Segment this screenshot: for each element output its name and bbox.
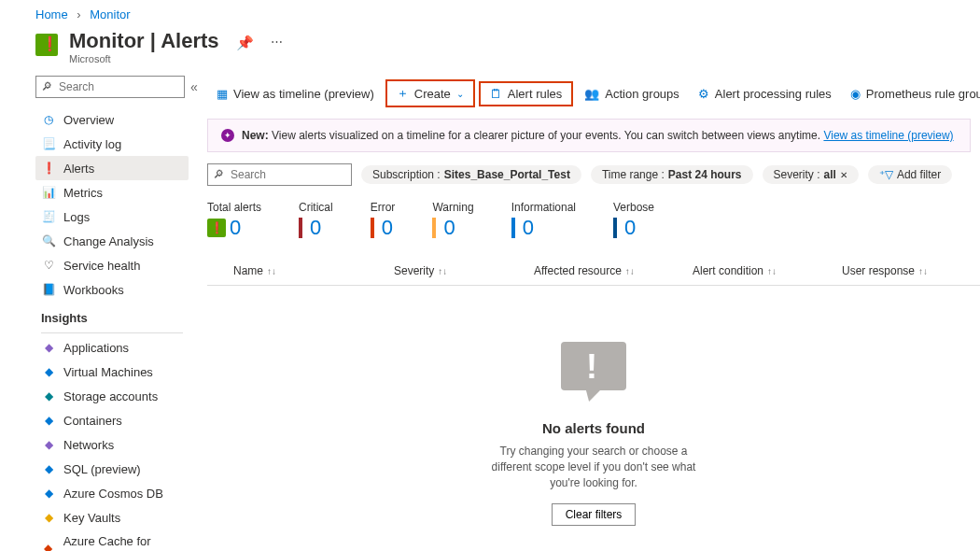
sidebar-item-virtual-machines[interactable]: ◆Virtual Machines	[35, 360, 189, 384]
sidebar-item-service-health[interactable]: ♡Service health	[35, 253, 189, 277]
col-severity[interactable]: Severity ↑↓	[394, 264, 534, 277]
table-header: Name ↑↓ Severity ↑↓ Affected resource ↑↓…	[207, 257, 980, 286]
resource-icon: ◆	[41, 364, 56, 379]
sev-informational[interactable]: Informational 0	[511, 201, 576, 238]
alert-rules-icon: 🗒	[490, 87, 502, 101]
processing-rules-button[interactable]: ⚙ Alert processing rules	[689, 83, 841, 105]
sev-error[interactable]: Error 0	[371, 201, 396, 238]
sidebar-item-applications[interactable]: ◆Applications	[35, 335, 189, 360]
action-groups-button[interactable]: 👥 Action groups	[575, 83, 689, 105]
workbooks-icon: 📘	[41, 282, 56, 297]
no-alerts-icon: !	[556, 342, 631, 407]
sidebar-item-label: Storage accounts	[63, 389, 158, 403]
pin-icon[interactable]: 📌	[236, 35, 254, 51]
sidebar-item-azure-cosmos-db[interactable]: ◆Azure Cosmos DB	[35, 481, 189, 505]
add-filter-button[interactable]: ⁺▽ Add filter	[868, 165, 952, 184]
breadcrumb-home[interactable]: Home	[35, 7, 68, 21]
view-timeline-button[interactable]: ▦ View as timeline (preview)	[207, 83, 384, 105]
sidebar-item-label: Azure Cache for Redis	[63, 534, 183, 551]
sparkle-icon: ✦	[221, 129, 234, 142]
search-icon: 🔎︎	[41, 80, 52, 93]
sidebar-item-key-vaults[interactable]: ◆Key Vaults	[35, 505, 189, 530]
sort-icon: ↑↓	[625, 266, 635, 276]
timerange-filter[interactable]: Time range : Past 24 hours	[591, 165, 753, 184]
metrics-icon: 📊	[41, 185, 56, 200]
page-title: Monitor | Alerts	[69, 29, 219, 53]
chevron-down-icon: ⌄	[456, 89, 464, 99]
more-icon[interactable]: ⋯	[271, 35, 283, 49]
sidebar-item-label: Change Analysis	[63, 234, 154, 248]
sidebar-item-label: Metrics	[63, 186, 103, 200]
alert-rules-button[interactable]: 🗒 Alert rules	[479, 81, 574, 106]
sidebar-item-label: Overview	[63, 113, 114, 127]
prometheus-button[interactable]: ◉ Prometheus rule groups	[841, 83, 980, 105]
view-timeline-label: View as timeline (preview)	[233, 87, 374, 101]
prometheus-label: Prometheus rule groups	[866, 87, 980, 101]
sidebar-search-input[interactable]	[35, 76, 185, 98]
col-affected[interactable]: Affected resource ↑↓	[534, 264, 693, 277]
content: ▦ View as timeline (preview) ＋ Create ⌄ …	[196, 74, 980, 551]
resource-icon: ◆	[41, 461, 56, 476]
toolbar: ▦ View as timeline (preview) ＋ Create ⌄ …	[207, 78, 980, 115]
sidebar-item-label: Key Vaults	[63, 511, 120, 525]
subscription-filter[interactable]: Subscription : Sites_Base_Portal_Test	[361, 165, 581, 184]
resource-icon: ◆	[41, 389, 56, 403]
sev-warning[interactable]: Warning 0	[432, 201, 473, 238]
sev-critical[interactable]: Critical 0	[299, 201, 333, 238]
overview-icon: ◷	[41, 112, 56, 127]
timeline-icon: ▦	[217, 87, 228, 101]
col-name[interactable]: Name ↑↓	[207, 264, 394, 277]
sidebar-section-insights: Insights	[35, 302, 189, 329]
col-response[interactable]: User response ↑↓	[842, 264, 973, 277]
filter-bar: 🔎︎ Subscription : Sites_Base_Portal_Test…	[207, 163, 980, 186]
col-condition[interactable]: Alert condition ↑↓	[693, 264, 842, 277]
sev-verbose[interactable]: Verbose 0	[613, 201, 654, 238]
create-label: Create	[414, 87, 451, 101]
alert-badge-icon: ❗	[207, 219, 226, 237]
sidebar-item-overview[interactable]: ◷Overview	[35, 107, 189, 132]
sidebar: 🔎︎ « ◷Overview📃Activity log❗Alerts📊Metri…	[0, 74, 196, 551]
severity-filter[interactable]: Severity : all ✕	[763, 165, 859, 184]
sidebar-item-sql-preview-[interactable]: ◆SQL (preview)	[35, 457, 189, 481]
empty-title: No alerts found	[542, 420, 645, 436]
divider	[41, 332, 183, 333]
breadcrumb-current[interactable]: Monitor	[90, 7, 130, 21]
resource-icon: ◆	[41, 510, 56, 525]
prometheus-icon: ◉	[850, 87, 861, 101]
change-icon: 🔍	[41, 233, 56, 248]
sidebar-item-logs[interactable]: 🧾Logs	[35, 205, 189, 229]
sidebar-item-metrics[interactable]: 📊Metrics	[35, 180, 189, 205]
sidebar-item-workbooks[interactable]: 📘Workbooks	[35, 277, 189, 302]
sidebar-item-containers[interactable]: ◆Containers	[35, 408, 189, 432]
action-groups-icon: 👥	[584, 87, 599, 101]
create-button[interactable]: ＋ Create ⌄	[385, 79, 475, 107]
sidebar-item-label: Networks	[63, 438, 114, 452]
alert-rules-label: Alert rules	[508, 87, 563, 101]
sidebar-item-azure-cache-for-redis[interactable]: ◆Azure Cache for Redis	[35, 530, 189, 551]
banner-link[interactable]: View as timeline (preview)	[823, 129, 953, 142]
sort-icon: ↑↓	[767, 266, 777, 276]
logs-icon: 🧾	[41, 209, 56, 224]
alerts-icon: ❗	[41, 161, 56, 176]
sev-total[interactable]: Total alerts ❗0	[207, 201, 261, 238]
severity-summary: Total alerts ❗0 Critical 0 Error 0 Warni…	[207, 201, 980, 238]
monitor-logo-icon	[35, 34, 58, 56]
sidebar-item-networks[interactable]: ◆Networks	[35, 432, 189, 457]
page-subtitle: Microsoft	[69, 53, 219, 64]
close-icon[interactable]: ✕	[840, 170, 847, 180]
sidebar-item-change-analysis[interactable]: 🔍Change Analysis	[35, 229, 189, 253]
sidebar-item-alerts[interactable]: ❗Alerts	[35, 156, 189, 180]
resource-icon: ◆	[41, 437, 56, 452]
sort-icon: ↑↓	[438, 266, 447, 276]
sidebar-item-label: Applications	[63, 341, 129, 355]
sidebar-item-label: Workbooks	[63, 283, 124, 297]
sidebar-item-storage-accounts[interactable]: ◆Storage accounts	[35, 384, 189, 408]
alerts-search-input[interactable]	[207, 163, 352, 186]
plus-icon: ＋	[397, 85, 409, 102]
filter-add-icon: ⁺▽	[879, 168, 893, 181]
resource-icon: ◆	[41, 340, 56, 355]
clear-filters-button[interactable]: Clear filters	[552, 503, 637, 526]
sidebar-item-activity-log[interactable]: 📃Activity log	[35, 132, 189, 156]
resource-icon: ◆	[41, 541, 56, 551]
breadcrumb: Home › Monitor	[0, 0, 980, 29]
